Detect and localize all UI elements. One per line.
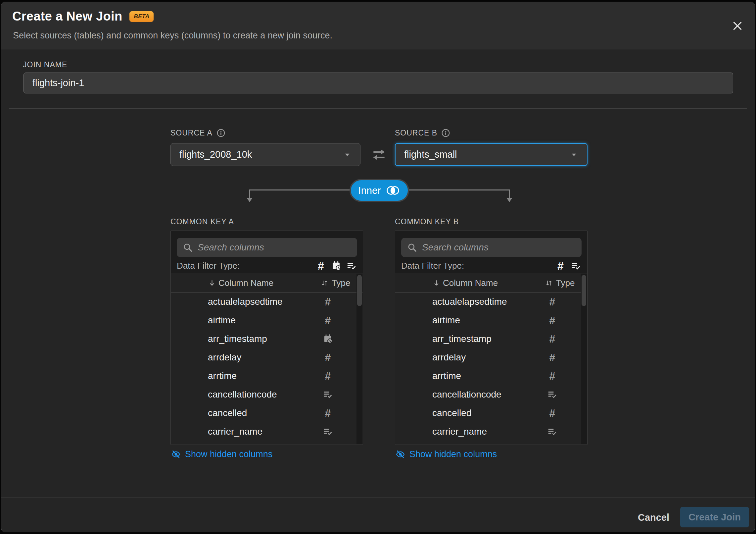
number-type-icon: # (319, 371, 336, 381)
info-icon[interactable] (216, 129, 225, 137)
join-type-label: Inner (358, 185, 381, 196)
column-row[interactable]: arr_timestamp (171, 330, 363, 348)
cancel-button[interactable]: Cancel (631, 507, 676, 527)
chevron-down-icon (343, 150, 352, 159)
connector-arrow-down (247, 198, 253, 202)
columns-table: Column Name Type actualelapsedtime#airti… (395, 274, 587, 445)
columns-table: Column Name Type actualelapsedtime#airti… (171, 274, 363, 445)
column-name-cell: cancelled (432, 408, 471, 418)
column-name-cell: actualelapsedtime (432, 296, 507, 307)
number-filter-icon[interactable]: # (315, 260, 326, 271)
connector-line (249, 189, 250, 198)
column-row[interactable]: arrdelay# (395, 348, 587, 367)
column-row[interactable]: carrier_name (395, 422, 587, 441)
column-row[interactable]: cancelled# (171, 404, 363, 422)
swap-sources-icon[interactable] (371, 146, 387, 163)
close-icon (732, 20, 743, 31)
number-type-icon: # (319, 296, 336, 307)
search-columns-input[interactable] (422, 242, 576, 253)
search-box (177, 238, 357, 257)
column-name-cell: cancellationcode (432, 389, 501, 400)
column-name-cell: carrier_name (432, 426, 487, 437)
number-type-icon: # (543, 315, 561, 326)
sort-updown-icon (320, 279, 329, 287)
column-row[interactable]: actualelapsedtime# (395, 293, 587, 311)
common-key-b-label: COMMON KEY B (395, 217, 459, 226)
eye-off-icon (171, 450, 181, 459)
column-name-header[interactable]: Column Name (432, 278, 498, 288)
source-b-select[interactable]: flights_small (395, 143, 588, 166)
text-filter-icon[interactable] (570, 261, 581, 271)
modal-subtitle: Select sources (tables) and common keys … (13, 30, 332, 41)
column-name-cell: arrdelay (432, 352, 466, 363)
column-name-cell: arrtime (432, 371, 461, 381)
timestamp-type-icon (319, 334, 336, 344)
table-header: Column Name Type (171, 274, 363, 293)
panel-toolbar: Data Filter Type: # (171, 231, 363, 273)
chevron-down-icon (570, 150, 578, 159)
join-type-toggle[interactable]: Inner (350, 179, 409, 202)
data-filter-type-label: Data Filter Type: (401, 261, 550, 271)
modal-header: Create a New Join BETA Select sources (t… (1, 2, 755, 49)
divider (9, 108, 747, 109)
eye-off-icon (396, 450, 405, 459)
timestamp-filter-icon[interactable] (331, 261, 341, 271)
source-b-label: SOURCE B (395, 129, 450, 137)
search-columns-input[interactable] (198, 242, 351, 253)
column-name-cell: carrier_name (208, 426, 262, 437)
show-hidden-columns-link[interactable]: Show hidden columns (171, 449, 272, 459)
source-a-label: SOURCE A (170, 129, 225, 137)
text-type-icon (319, 390, 336, 400)
modal-title: Create a New Join (12, 9, 122, 24)
scrollbar-track[interactable] (356, 274, 362, 444)
number-type-icon: # (543, 352, 561, 363)
create-join-button[interactable]: Create Join (680, 507, 749, 527)
beta-badge: BETA (129, 11, 154, 22)
scrollbar-thumb[interactable] (582, 275, 586, 306)
inner-join-venn-icon (385, 186, 401, 195)
column-row[interactable]: cancelled# (395, 404, 587, 422)
scrollbar-track[interactable] (581, 274, 587, 444)
number-type-icon: # (543, 334, 561, 344)
column-name-cell: arrdelay (208, 352, 241, 363)
text-filter-icon[interactable] (346, 261, 356, 271)
create-join-dialog-page: Create a New Join BETA Select sources (t… (0, 0, 756, 534)
close-button[interactable] (730, 19, 745, 33)
column-name-cell: arr_timestamp (432, 334, 492, 344)
create-join-modal: Create a New Join BETA Select sources (t… (1, 2, 755, 532)
number-type-icon: # (319, 352, 336, 363)
sort-arrow-down-icon (208, 279, 216, 287)
column-row[interactable]: cancellationcode (395, 385, 587, 404)
column-row[interactable]: arrtime# (171, 367, 363, 385)
column-name-cell: airtime (432, 315, 460, 326)
text-type-icon (319, 427, 336, 437)
column-name-cell: arr_timestamp (208, 334, 267, 344)
column-row[interactable]: airtime# (395, 311, 587, 330)
number-type-icon: # (543, 371, 561, 381)
search-icon (407, 242, 417, 252)
source-a-select[interactable]: flights_2008_10k (170, 143, 360, 166)
panel-toolbar: Data Filter Type: # (395, 231, 587, 273)
column-name-cell: airtime (208, 315, 236, 326)
text-type-icon (543, 427, 561, 437)
column-row[interactable]: arr_timestamp# (395, 330, 587, 348)
sort-arrow-down-icon (432, 279, 441, 287)
type-header[interactable]: Type (545, 278, 575, 288)
info-icon[interactable] (441, 129, 450, 137)
search-icon (183, 242, 193, 252)
column-row[interactable]: airtime# (171, 311, 363, 330)
column-row[interactable]: arrdelay# (171, 348, 363, 367)
search-box (401, 238, 582, 257)
number-filter-icon[interactable]: # (555, 260, 566, 271)
show-hidden-columns-link[interactable]: Show hidden columns (396, 449, 497, 459)
column-row[interactable]: carrier_name (171, 422, 363, 441)
data-filter-type-label: Data Filter Type: (177, 261, 311, 271)
column-row[interactable]: cancellationcode (171, 385, 363, 404)
connector-arrow-down (506, 198, 512, 202)
column-row[interactable]: actualelapsedtime# (171, 293, 363, 311)
join-name-input[interactable] (24, 73, 733, 93)
column-name-header[interactable]: Column Name (208, 278, 273, 288)
column-row[interactable]: arrtime# (395, 367, 587, 385)
scrollbar-thumb[interactable] (357, 275, 362, 306)
type-header[interactable]: Type (320, 278, 350, 288)
